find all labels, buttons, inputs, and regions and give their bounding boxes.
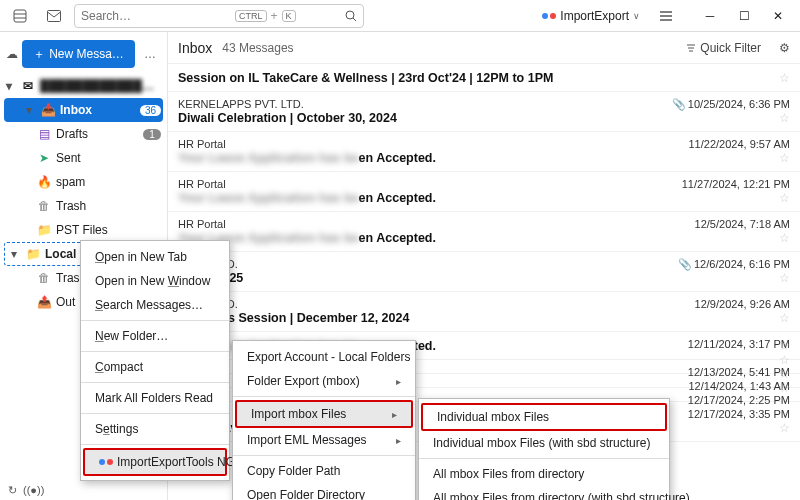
message-date: 12/5/2024, 7:18 AM: [695, 218, 790, 230]
message-row[interactable]: KERNELAPPS PVT. LTD.Diwali Celebration |…: [168, 92, 800, 132]
sidebar-inbox[interactable]: ▾📥Inbox36: [4, 98, 163, 122]
ctx-settings[interactable]: Settings: [81, 417, 229, 441]
message-row[interactable]: HR PortalYour Leave Application has been…: [168, 172, 800, 212]
star-icon[interactable]: ☆: [779, 271, 790, 285]
search-input[interactable]: [81, 9, 231, 23]
star-icon[interactable]: ☆: [779, 111, 790, 125]
app-menu-icon[interactable]: [6, 2, 34, 30]
more-icon[interactable]: …: [139, 47, 161, 61]
message-row[interactable]: HR PortalYour Leave Application has been…: [168, 132, 800, 172]
mail-tab-icon[interactable]: [40, 2, 68, 30]
quick-filter-button[interactable]: Quick Filter: [686, 41, 761, 55]
ctx-folder-export[interactable]: Folder Export (mbox)▸: [233, 369, 415, 393]
ctx-all-mbox-dir-sbd[interactable]: All mbox Files from directory (with sbd …: [419, 486, 669, 500]
message-date: 📎12/6/2024, 6:16 PM: [678, 258, 790, 271]
sidebar-spam[interactable]: 🔥spam: [0, 170, 167, 194]
account-row[interactable]: ▾✉████████████…: [0, 74, 167, 98]
star-icon[interactable]: ☆: [779, 71, 790, 85]
ctx-import-eml[interactable]: Import EML Messages▸: [233, 428, 415, 452]
message-subject: Your Leave Application has been Accepted…: [178, 231, 790, 245]
message-date: 11/27/2024, 12:21 PM: [682, 178, 790, 190]
star-icon[interactable]: ☆: [779, 311, 790, 325]
message-date: 12/9/2024, 9:26 AM: [695, 298, 790, 310]
sidebar-pst[interactable]: 📁PST Files: [0, 218, 167, 242]
global-search[interactable]: CTRL + K: [74, 4, 364, 28]
display-options-icon[interactable]: ⚙: [779, 41, 790, 55]
ctx-importexporttools[interactable]: ImportExportTools NG▸: [83, 448, 227, 476]
ctx-new-folder[interactable]: New Folder…: [81, 324, 229, 348]
ctx-open-tab[interactable]: OOpen in New Tabpen in New Tab: [81, 245, 229, 269]
new-message-button[interactable]: ＋New Messa…: [22, 40, 135, 68]
message-subject: Session on IL TakeCare & Wellness | 23rd…: [178, 71, 790, 85]
star-icon[interactable]: ☆: [779, 367, 790, 381]
search-icon: [345, 10, 357, 22]
message-date: 11/22/2024, 9:57 AM: [688, 138, 790, 150]
message-subject: Diwali Celebration | October 30, 2024: [178, 111, 790, 125]
svg-line-5: [353, 18, 356, 21]
kbd-k: K: [282, 10, 296, 22]
ctx-search-messages[interactable]: Search Messages…: [81, 293, 229, 317]
message-date: 12/11/2024, 3:17 PM: [688, 338, 790, 350]
ctx-export-account[interactable]: Export Account - Local Folders: [233, 345, 415, 369]
star-icon[interactable]: ☆: [779, 151, 790, 165]
message-subject: Your Leave Application has been Accepted…: [178, 151, 790, 165]
ctx-open-dir[interactable]: Open Folder Directory: [233, 483, 415, 500]
folder-title: Inbox: [178, 40, 212, 56]
star-icon[interactable]: ☆: [779, 421, 790, 435]
sidebar-trash[interactable]: 🗑Trash: [0, 194, 167, 218]
kbd-ctrl: CTRL: [235, 10, 267, 22]
message-row[interactable]: S PVT. LTD.wareness Session | December 1…: [168, 292, 800, 332]
sidebar-drafts[interactable]: ▤Drafts1: [0, 122, 167, 146]
ctx-mark-read[interactable]: Mark All Folders Read: [81, 386, 229, 410]
maximize-button[interactable]: ☐: [728, 2, 760, 30]
menu-icon[interactable]: [652, 2, 680, 30]
minimize-button[interactable]: ─: [694, 2, 726, 30]
svg-rect-0: [14, 10, 26, 22]
close-button[interactable]: ✕: [762, 2, 794, 30]
message-date: 📎10/25/2024, 6:36 PM: [672, 98, 790, 111]
status-bar: ↻ ((●)): [0, 480, 168, 500]
online-icon: ((●)): [23, 484, 44, 496]
iet-submenu: Export Account - Local Folders Folder Ex…: [232, 340, 416, 500]
message-subject: wareness Session | December 12, 2024: [178, 311, 790, 325]
ctx-individual-mbox[interactable]: Individual mbox Files: [421, 403, 667, 431]
addon-button[interactable]: ImportExport ∨: [536, 7, 646, 25]
message-row[interactable]: HR PortalYour Leave Application has been…: [168, 212, 800, 252]
svg-point-4: [346, 11, 354, 19]
message-date: 12/17/2024, 3:35 PM: [688, 408, 790, 420]
ctx-import-mbox[interactable]: Import mbox Files▸: [235, 400, 413, 428]
star-icon[interactable]: ☆: [779, 191, 790, 205]
ctx-individual-mbox-sbd[interactable]: Individual mbox Files (with sbd structur…: [419, 431, 669, 455]
ctx-copy-path[interactable]: Copy Folder Path: [233, 459, 415, 483]
get-messages-icon[interactable]: ☁: [6, 47, 18, 61]
titlebar: CTRL + K ImportExport ∨ ─ ☐ ✕: [0, 0, 800, 32]
message-subject: ander 2025: [178, 271, 790, 285]
star-icon[interactable]: ☆: [779, 231, 790, 245]
sidebar-sent[interactable]: ➤Sent: [0, 146, 167, 170]
message-count: 43 Messages: [222, 41, 293, 55]
folder-context-menu: OOpen in New Tabpen in New Tab Open in N…: [80, 240, 230, 481]
import-mbox-submenu: Individual mbox Files Individual mbox Fi…: [418, 398, 670, 500]
message-subject: Your Leave Application has been Accepted…: [178, 191, 790, 205]
message-row[interactable]: Session on IL TakeCare & Wellness | 23rd…: [168, 64, 800, 92]
ctx-open-window[interactable]: Open in New Window: [81, 269, 229, 293]
svg-rect-3: [48, 10, 61, 21]
star-icon[interactable]: ☆: [779, 339, 790, 353]
message-row[interactable]: S PVT. LTD.ander 2025📎12/6/2024, 6:16 PM…: [168, 252, 800, 292]
ctx-all-mbox-dir[interactable]: All mbox Files from directory: [419, 462, 669, 486]
star-icon[interactable]: ☆: [779, 353, 790, 367]
sync-icon: ↻: [8, 484, 17, 497]
star-icon[interactable]: ☆: [779, 381, 790, 395]
list-header: Inbox 43 Messages Quick Filter ⚙: [168, 32, 800, 64]
ctx-compact[interactable]: Compact: [81, 355, 229, 379]
